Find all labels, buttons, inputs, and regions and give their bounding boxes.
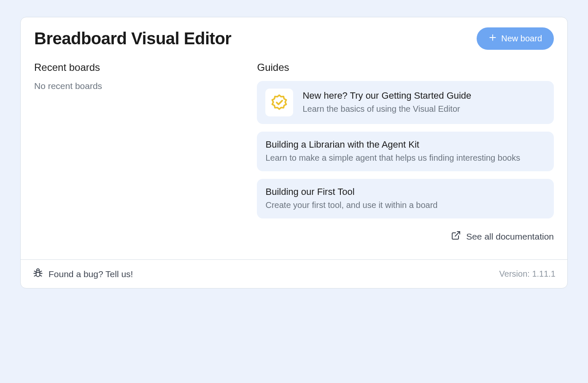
recent-boards-column: Recent boards No recent boards bbox=[34, 62, 237, 243]
all-docs-row: See all documentation bbox=[257, 230, 554, 243]
verified-badge-icon bbox=[265, 89, 293, 116]
bug-report-label: Found a bug? Tell us! bbox=[49, 269, 133, 279]
guide-title: New here? Try our Getting Started Guide bbox=[302, 90, 471, 101]
page-title: Breadboard Visual Editor bbox=[34, 29, 231, 48]
card-footer: Found a bug? Tell us! Version: 1.11.1 bbox=[21, 259, 567, 288]
external-link-icon bbox=[451, 230, 461, 243]
columns: Recent boards No recent boards Guides Ne… bbox=[34, 62, 554, 243]
guide-item-librarian[interactable]: Building a Librarian with the Agent Kit … bbox=[257, 132, 554, 171]
guide-text: New here? Try our Getting Started Guide … bbox=[302, 90, 471, 115]
version-label: Version: 1.11.1 bbox=[499, 269, 556, 279]
new-board-button[interactable]: New board bbox=[477, 27, 554, 50]
svg-line-2 bbox=[455, 232, 460, 236]
card-body: Breadboard Visual Editor New board Recen… bbox=[21, 17, 567, 259]
new-board-label: New board bbox=[501, 34, 542, 43]
svg-rect-3 bbox=[36, 271, 40, 277]
guide-item-getting-started[interactable]: New here? Try our Getting Started Guide … bbox=[257, 81, 554, 124]
guide-desc: Learn the basics of using the Visual Edi… bbox=[302, 103, 471, 115]
bug-icon bbox=[32, 267, 43, 281]
guide-title: Building a Librarian with the Agent Kit bbox=[265, 139, 545, 150]
plus-icon bbox=[488, 33, 497, 44]
header-row: Breadboard Visual Editor New board bbox=[34, 27, 554, 50]
recent-boards-empty: No recent boards bbox=[34, 81, 237, 91]
guide-title: Building our First Tool bbox=[265, 186, 545, 197]
guides-column: Guides New here? Try our Getting Started… bbox=[257, 62, 554, 243]
guide-desc: Learn to make a simple agent that helps … bbox=[265, 152, 545, 164]
guide-desc: Create your first tool, and use it withi… bbox=[265, 199, 545, 211]
bug-report-link[interactable]: Found a bug? Tell us! bbox=[32, 267, 133, 281]
see-all-documentation-link[interactable]: See all documentation bbox=[451, 230, 554, 243]
guides-heading: Guides bbox=[257, 62, 554, 73]
main-card: Breadboard Visual Editor New board Recen… bbox=[20, 17, 568, 289]
see-all-docs-label: See all documentation bbox=[466, 232, 554, 242]
guide-item-first-tool[interactable]: Building our First Tool Create your firs… bbox=[257, 179, 554, 218]
recent-boards-heading: Recent boards bbox=[34, 62, 237, 73]
